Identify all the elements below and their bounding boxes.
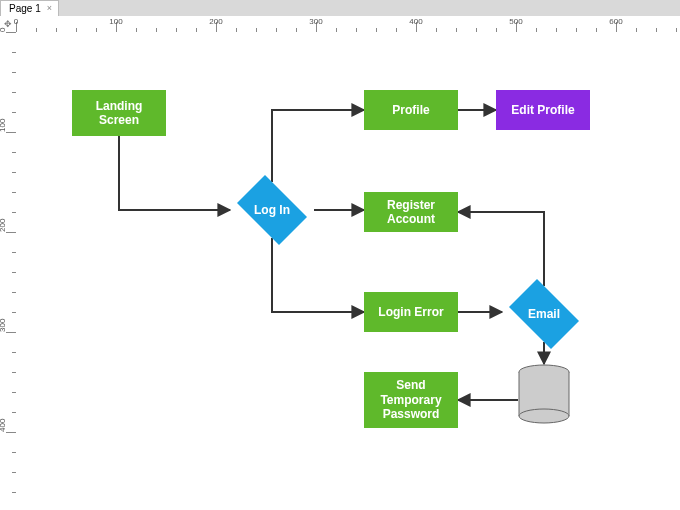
ruler-tick-label: 300 — [0, 319, 7, 332]
ruler-tick-label: 200 — [209, 17, 222, 26]
ruler-tick-label: 200 — [0, 219, 7, 232]
node-edit[interactable]: Edit Profile — [496, 90, 590, 130]
ruler-horizontal: 0100200300400500600 — [16, 16, 680, 33]
svg-point-4 — [519, 409, 569, 423]
node-db[interactable] — [518, 364, 570, 424]
node-login[interactable]: Log In — [230, 182, 314, 238]
ruler-tick-label: 300 — [309, 17, 322, 26]
ruler-tick-label: 600 — [609, 17, 622, 26]
page-tab-label: Page 1 — [9, 3, 41, 14]
ruler-tick-label: 400 — [0, 419, 7, 432]
ruler-tick-label: 400 — [409, 17, 422, 26]
node-email[interactable]: Email — [502, 286, 586, 342]
node-sendpw[interactable]: Send Temporary Password — [364, 372, 458, 428]
flow-arrow — [272, 238, 364, 312]
ruler-tick-label: 100 — [109, 17, 122, 26]
canvas[interactable]: Landing ScreenLog InProfileEdit ProfileR… — [16, 32, 680, 510]
ruler-vertical: 0100200300400 — [0, 32, 17, 510]
ruler-tick — [6, 432, 16, 433]
ruler-tick — [6, 232, 16, 233]
page-tab[interactable]: Page 1 × — [0, 0, 59, 16]
ruler-tick — [6, 32, 16, 33]
flow-arrow — [458, 212, 544, 286]
flow-arrow — [119, 136, 230, 210]
ruler-tick-label: 0 — [0, 28, 7, 32]
node-label: Log In — [254, 203, 290, 217]
flow-arrow — [272, 110, 364, 182]
node-landing[interactable]: Landing Screen — [72, 90, 166, 136]
close-icon[interactable]: × — [47, 4, 52, 13]
ruler-tick-label: 0 — [14, 17, 18, 26]
ruler-tick-label: 500 — [509, 17, 522, 26]
node-register[interactable]: Register Account — [364, 192, 458, 232]
node-error[interactable]: Login Error — [364, 292, 458, 332]
ruler-tick — [6, 332, 16, 333]
ruler-tick — [6, 132, 16, 133]
app-titlebar — [0, 0, 680, 16]
node-profile[interactable]: Profile — [364, 90, 458, 130]
database-icon — [518, 364, 570, 424]
ruler-tick-label: 100 — [0, 119, 7, 132]
node-label: Email — [528, 307, 560, 321]
